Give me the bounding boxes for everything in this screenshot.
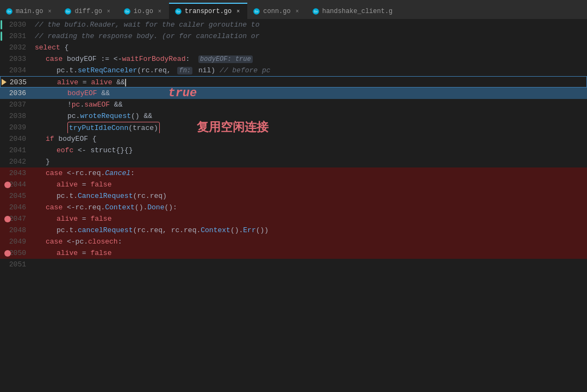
line-content-2049: case <-pc.closech: [33,236,587,247]
line-num-2042: 2042 [0,156,33,167]
tab-close-io[interactable]: × [156,8,164,15]
tab-transport-go[interactable]: Go transport.go × [169,3,247,19]
code-line-2035: 2035 alive = alive && [0,76,587,88]
gopher-icon-3: Go [123,8,131,15]
line-num-2035: 2035 [1,77,33,87]
code-area: 2030 // the bufio.Reader, wait for the c… [0,19,587,392]
svg-text:Go: Go [66,10,70,14]
line-num-2040: 2040 [0,133,33,145]
code-line-2051: 2051 [0,259,587,270]
line-num-2036: 2036 [0,88,33,99]
line-content-2035: alive = alive && [33,77,586,87]
gopher-icon-6: Go [312,8,320,15]
line-content-2043: case <-rc.req.Cancel: [33,167,587,179]
code-line-2033: 2033 case bodyEOF := <-waitForBodyRead: … [0,53,587,65]
line-num-2030: 2030 [0,19,33,30]
code-line-2042: 2042 } [0,156,587,167]
breakpoint-2050 [4,250,11,257]
tab-label-4: transport.go [185,8,232,15]
code-line-2036: 2036 bodyEOF && true [0,88,587,99]
line-content-2036: bodyEOF && true [33,88,587,99]
git-indicator [1,20,2,29]
line-content-2048: pc.t.cancelRequest(rc.req, rc.req.Contex… [33,225,587,236]
tab-label-5: conn.go [263,8,290,15]
gopher-icon-2: Go [64,8,72,15]
line-content-2045: pc.t.CancelRequest(rc.req) [33,190,587,202]
line-content-2030: // the bufio.Reader, wait for the caller… [33,19,587,30]
gopher-icon-4: Go [174,8,182,15]
code-line-2050: 2050 alive = false [0,247,587,259]
svg-text:Go: Go [314,10,317,14]
code-line-2031: 2031 // reading the response body. (or f… [0,30,587,42]
line-num-2031: 2031 [0,30,33,42]
line-content-2041: eofc <- struct{}{} [33,145,587,156]
code-line-2039: 2039 tryPutIdleConn(trace) 复用空闲连接 [0,122,587,133]
tab-close-conn[interactable]: × [294,8,301,15]
tab-close-main[interactable]: × [46,8,53,15]
line-num-2032: 2032 [0,42,33,53]
line-content-2051 [33,259,587,270]
line-content-2044: alive = false [33,179,587,190]
code-line-2032: 2032 select { [0,42,587,53]
box-decoration-tryput: tryPutIdleConn(trace) [67,122,160,134]
code-line-2043: 2043 case <-rc.req.Cancel: [0,167,587,179]
line-content-2046: case <-rc.req.Context().Done(): [33,202,587,213]
code-line-2045: 2045 pc.t.CancelRequest(rc.req) [0,190,587,202]
line-num-2048: 2048 [0,225,33,236]
code-line-2047: 2047 alive = false [0,213,587,225]
line-content-2033: case bodyEOF := <-waitForBodyRead: bodyE… [33,53,587,65]
tab-label: main.go [16,8,43,15]
tab-io-go[interactable]: Go io.go × [118,3,169,19]
code-line-2044: 2044 alive = false [0,179,587,190]
tab-label-3: io.go [134,8,153,15]
git-indicator-2031 [1,32,2,41]
line-num-2043: 2043 [0,167,33,179]
tab-label-6: handshake_client.g [322,8,393,15]
code-line-2034: 2034 pc.t.setReqCanceler(rc.req, fn: nil… [0,65,587,76]
line-content-2050: alive = false [33,247,587,259]
tab-bar: Go main.go × Go diff.go × Go io.go × Go … [0,0,587,19]
svg-text:Go: Go [8,10,11,14]
line-content-2034: pc.t.setReqCanceler(rc.req, fn: nil) // … [33,65,587,76]
line-num-2034: 2034 [0,65,33,76]
line-content-2037: !pc.sawEOF && [33,99,587,110]
svg-text:Go: Go [125,10,129,14]
line-content-2039: tryPutIdleConn(trace) 复用空闲连接 [33,122,587,133]
tab-close-diff[interactable]: × [105,8,113,15]
line-content-2031: // reading the response body. (or for ca… [33,30,587,42]
tab-diff-go[interactable]: Go diff.go × [59,3,117,19]
tab-label-2: diff.go [74,8,102,15]
tab-main-go[interactable]: Go main.go × [0,3,59,19]
code-line-2030: 2030 // the bufio.Reader, wait for the c… [0,19,587,30]
tab-handshake-go[interactable]: Go handshake_client.g [307,3,398,19]
line-num-2045: 2045 [0,190,33,202]
gopher-icon-5: Go [253,8,260,15]
code-line-2046: 2046 case <-rc.req.Context().Done(): [0,202,587,213]
line-content-2047: alive = false [33,213,587,225]
line-num-2037: 2037 [0,99,33,110]
line-content-2042: } [33,156,587,167]
line-content-2040: if bodyEOF { [33,133,587,145]
tab-close-transport[interactable]: × [234,8,242,15]
code-line-2038: 2038 pc.wroteRequest() && [0,110,587,122]
line-num-2038: 2038 [0,110,33,122]
code-line-2048: 2048 pc.t.cancelRequest(rc.req, rc.req.C… [0,225,587,236]
svg-text:Go: Go [176,10,180,14]
code-line-2037: 2037 !pc.sawEOF && [0,99,587,110]
line-num-2051: 2051 [0,259,33,270]
line-num-2050: 2050 [0,247,33,259]
breakpoint-2044 [4,182,11,188]
line-content-2032: select { [33,42,587,53]
gopher-icon: Go [5,8,13,15]
line-num-2039: 2039 [0,122,33,133]
line-content-2038: pc.wroteRequest() && [33,110,587,122]
line-num-2033: 2033 [0,53,33,65]
debug-arrow-2035 [2,79,7,85]
line-num-2046: 2046 [0,202,33,213]
code-line-2049: 2049 case <-pc.closech: [0,236,587,247]
svg-text:Go: Go [255,10,259,14]
tab-conn-go[interactable]: Go conn.go × [247,3,306,19]
line-num-2041: 2041 [0,145,33,156]
breakpoint-2047 [4,216,11,222]
line-num-2044: 2044 [0,179,33,190]
